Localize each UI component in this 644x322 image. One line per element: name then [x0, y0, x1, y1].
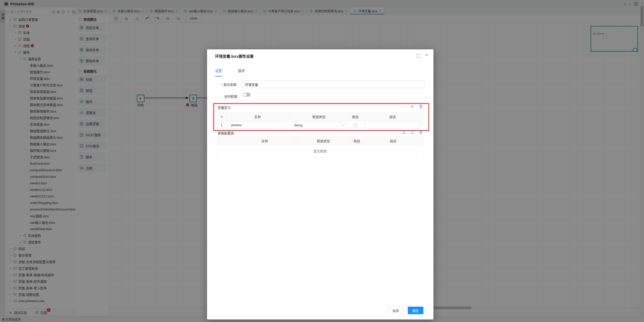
var-type-value: String	[294, 123, 302, 127]
param-section-actions	[402, 130, 423, 134]
close-icon[interactable]: ×	[425, 52, 428, 58]
params-table-header	[217, 137, 234, 145]
param-section-label: 参数配置表:	[218, 131, 235, 135]
var-name-input[interactable]	[229, 122, 286, 128]
close-button[interactable]: 关闭	[388, 307, 403, 314]
display-name-input[interactable]	[242, 81, 425, 88]
chevron-down-icon	[341, 123, 344, 126]
var-type-select[interactable]: String	[292, 122, 346, 128]
empty-table-text: 暂无数据	[313, 149, 327, 153]
var-array-cell	[349, 121, 362, 130]
params-table-header: 数据类型	[296, 137, 351, 145]
access-label: 访问权限	[224, 94, 237, 99]
access-toggle[interactable]	[243, 93, 251, 97]
var-section-label: 变量定义:	[218, 105, 232, 110]
var-desc-cell	[362, 121, 423, 130]
import-icon[interactable]	[402, 130, 406, 134]
variables-table-header: 数据类型	[289, 113, 349, 121]
variables-table: #名称数据类型数组描述 1String	[217, 113, 423, 130]
var-section-actions	[410, 104, 423, 109]
var-type-cell: String	[289, 121, 349, 130]
plus-icon[interactable]	[410, 104, 414, 109]
tab-divider	[215, 75, 425, 76]
row-index-cell: 1	[217, 121, 226, 130]
params-table-header: 描述	[363, 137, 423, 145]
trash-icon[interactable]	[419, 104, 423, 109]
dialog-footer: 关闭 确定	[388, 307, 423, 314]
dialog-title: 环境变量.bizx属性设置	[215, 53, 254, 59]
variables-table-header: 名称	[226, 113, 289, 121]
params-table-header: 数组	[351, 137, 363, 145]
variables-table-header: #	[217, 113, 226, 121]
var-name-cell	[226, 121, 289, 130]
variables-table-header: 数组	[349, 113, 362, 121]
params-table: 名称数据类型数组描述 暂无数据	[217, 137, 423, 157]
properties-dialog: 环境变量.bizx属性设置 × 设置描述 显示名称 访问权限 变量定义: #名称…	[207, 49, 433, 319]
display-name-label: 显示名称	[221, 82, 236, 87]
array-checkbox[interactable]	[353, 123, 357, 127]
var-desc-input[interactable]	[365, 122, 421, 128]
fullscreen-icon[interactable]	[416, 54, 420, 58]
ok-button[interactable]: 确定	[408, 307, 423, 314]
variables-table-header: 描述	[362, 113, 423, 121]
params-table-header: 名称	[234, 137, 296, 145]
export-icon[interactable]	[410, 130, 414, 134]
trash-icon[interactable]	[419, 130, 423, 134]
